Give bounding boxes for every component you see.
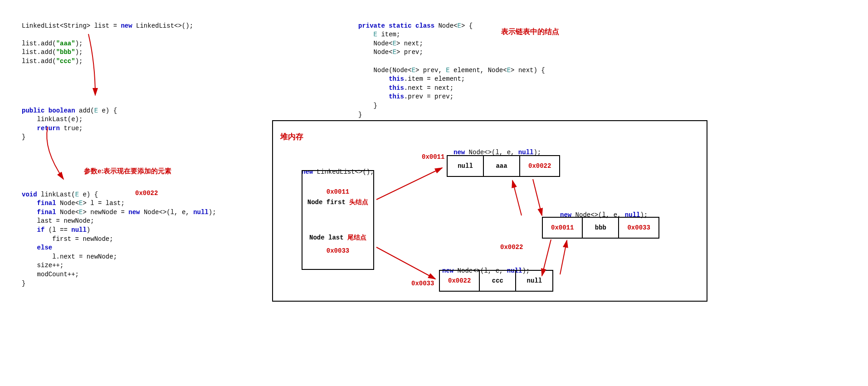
keyword: final	[37, 209, 56, 216]
code-text: last = newNode;	[22, 217, 94, 225]
addr-first: 0x0011	[307, 188, 369, 195]
code-text: list.add(	[22, 49, 56, 56]
annotation-param: 参数e:表示现在要添加的元素	[84, 167, 171, 176]
code-text: list.add(	[22, 40, 56, 47]
code-text: l.next = newNode;	[22, 253, 117, 260]
generic: E	[457, 22, 461, 29]
code-text: modCount++;	[22, 271, 79, 278]
string-literal: "aaa"	[56, 40, 75, 47]
keyword: final	[37, 200, 56, 207]
linkedlist-box: 0x0011 Node first 头结点 Node last 尾结点 0x00…	[302, 170, 374, 270]
keyword: private	[358, 22, 385, 29]
code-block-init: LinkedList<String> list = new LinkedList…	[22, 13, 193, 66]
generic: E	[94, 107, 98, 114]
keyword: else	[37, 244, 53, 251]
keyword: return	[37, 125, 60, 132]
node2-prev: 0x0011	[543, 218, 583, 238]
keyword-new: new	[121, 22, 132, 29]
code-text: Node<	[358, 40, 393, 47]
node3-addr: 0x0033	[411, 280, 434, 287]
node1-addr: 0x0011	[422, 153, 444, 161]
code-text: LinkedList<>();	[132, 22, 193, 29]
node3-prev: 0x0022	[440, 271, 480, 291]
code-text: Node<	[434, 22, 457, 29]
code-text: prev;	[404, 49, 423, 56]
label-last: Node last	[309, 234, 344, 241]
keyword: if	[37, 226, 45, 234]
node3-box: 0x0022 ccc null	[439, 270, 553, 292]
keyword: new	[128, 209, 140, 216]
code-block-linklast: void linkLast(E e) { final Node<E> l = l…	[22, 181, 216, 288]
code-text: );	[75, 49, 83, 56]
generic: E	[393, 40, 396, 47]
code-block-add: public boolean add(E e) { linkLast(e); r…	[22, 98, 117, 142]
code-text: LinkedList<String> list =	[22, 22, 121, 29]
generic: E	[393, 49, 396, 56]
node2-next: 0x0033	[619, 218, 658, 238]
code-text: Node(Node<	[358, 67, 412, 74]
generic: E	[446, 67, 449, 74]
node2-addr: 0x0022	[500, 244, 523, 251]
code-text: add(	[75, 107, 94, 114]
code-text: );	[209, 209, 216, 216]
code-text: l = last;	[90, 200, 125, 207]
code-text: )	[87, 226, 90, 234]
code-text: linkLast(	[37, 191, 75, 198]
keyword: void	[22, 191, 37, 198]
code-text: );	[75, 40, 83, 47]
label-first: Node first	[307, 199, 346, 206]
code-text: size++;	[22, 262, 63, 269]
node2-box: 0x0011 bbb 0x0033	[542, 217, 659, 239]
code-text: Node<	[56, 200, 79, 207]
node1-item: aaa	[484, 156, 520, 176]
code-text: }	[358, 111, 362, 118]
code-text: item;	[377, 31, 400, 38]
code-text: first = newNode;	[22, 235, 113, 243]
generic: E	[507, 67, 511, 74]
node1-next: 0x0022	[520, 156, 559, 176]
code-text: > {	[461, 22, 473, 29]
code-text: (l ==	[44, 226, 71, 234]
keyword: this	[389, 84, 404, 92]
code-text: newNode =	[90, 209, 128, 216]
keyword: null	[71, 226, 87, 234]
node3-item: ccc	[480, 271, 516, 291]
code-text: element, Node<	[450, 67, 507, 74]
code-text: .next = next;	[404, 84, 454, 92]
code-text: list.add(	[22, 58, 56, 65]
code-text: e) {	[79, 191, 98, 198]
code-text: > next) {	[511, 67, 545, 74]
generic: E	[374, 31, 377, 38]
node1-box: null aaa 0x0022	[447, 155, 560, 177]
code-text: true;	[60, 125, 83, 132]
code-text: .prev = prev;	[404, 93, 454, 100]
code-text: >	[83, 209, 90, 216]
code-text: > prev,	[415, 67, 446, 74]
code-text: linkLast(e);	[22, 116, 83, 123]
generic: E	[75, 191, 79, 198]
heap-title: 堆内存	[280, 132, 303, 142]
code-text: e) {	[98, 107, 117, 114]
keyword: this	[389, 75, 404, 83]
code-text: >	[83, 200, 90, 207]
addr-last: 0x0033	[307, 247, 369, 254]
keyword: static	[389, 22, 411, 29]
code-text: next;	[404, 40, 423, 47]
code-text: Node<	[56, 209, 79, 216]
string-literal: "bbb"	[56, 49, 75, 56]
code-text: }	[22, 133, 25, 141]
generic: E	[412, 67, 415, 74]
ann-head: 头结点	[349, 198, 368, 205]
node1-prev: null	[448, 156, 484, 176]
code-text: );	[75, 58, 83, 65]
code-text: >	[396, 40, 404, 47]
keyword: this	[389, 93, 404, 100]
keyword: class	[415, 22, 434, 29]
code-text: Node<>(l, e,	[140, 209, 194, 216]
keyword: boolean	[49, 107, 75, 114]
label-new-node1: new Node<>(l, e, null);	[454, 139, 541, 157]
node2-item: bbb	[583, 218, 619, 238]
keyword: public	[22, 107, 44, 114]
code-text: >	[396, 49, 404, 56]
code-text: .item = element;	[404, 75, 465, 83]
